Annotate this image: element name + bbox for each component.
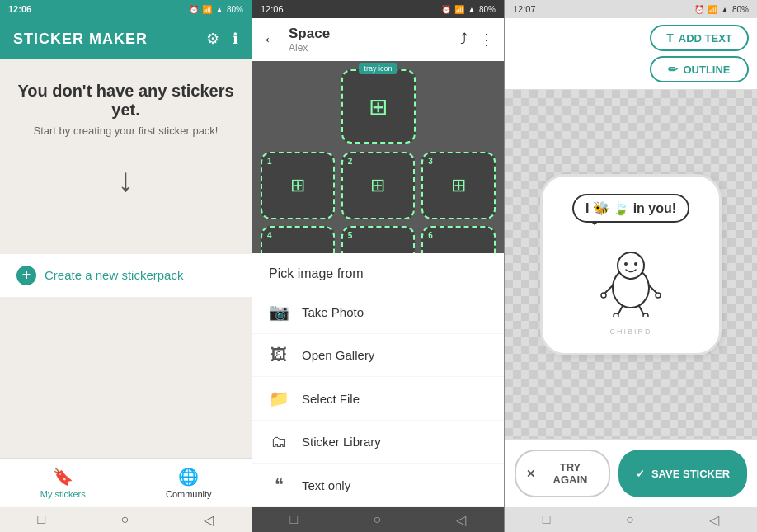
take-photo-label: Take Photo [302,305,364,319]
sticker-character [598,242,664,324]
sticker-add-icon-6: ⊞ [451,249,466,253]
menu-sticker-library[interactable]: 🗂 Sticker Library [252,421,504,464]
system-nav-2: □ ○ ◁ [252,507,504,532]
empty-subtitle: Start by creating your first sticker pac… [34,125,219,137]
pack-info: Space Alex [289,26,330,54]
nav-circle-1[interactable]: ○ [121,512,129,527]
bottom-navigation: 🔖 My stickers 🌐 Community [0,458,252,507]
more-icon[interactable]: ⋮ [479,31,494,49]
tab-community[interactable]: 🌐 Community [126,459,252,507]
text-only-icon: ❝ [269,475,289,495]
signal-icon: 📶 [202,5,212,14]
battery-2: 80% [479,5,496,14]
time-3: 12:07 [513,4,536,14]
svg-line-10 [639,306,644,315]
nav-circle-3[interactable]: ○ [626,512,634,527]
sticker-cell-5[interactable]: 5 ⊞ [341,226,416,253]
editor-toolbar: T ADD TEXT ✏ OUTLINE [505,18,757,90]
my-stickers-label: My stickers [40,489,86,499]
camera-icon: 📷 [269,302,289,322]
save-sticker-button[interactable]: ✓ SAVE STICKER [618,450,747,497]
status-icons-1: ⏰ 📶 ▲ 80% [189,5,243,14]
nav-back-1[interactable]: ◁ [204,512,214,528]
svg-line-4 [604,285,613,294]
battery-1: 80% [227,5,243,14]
share-icon[interactable]: ⤴ [460,31,468,49]
svg-point-5 [601,293,606,298]
menu-take-photo[interactable]: 📷 Take Photo [252,290,504,334]
sticker-cell-4[interactable]: 4 ⊞ [261,226,335,253]
tab-my-stickers[interactable]: 🔖 My stickers [0,459,126,507]
nav-square-2[interactable]: □ [290,512,299,527]
create-btn-label: Create a new stickerpack [45,268,183,282]
text-icon: T [666,31,674,45]
sticker-cell-6[interactable]: 6 ⊞ [421,226,496,253]
save-sticker-label: SAVE STICKER [651,468,730,480]
system-nav-1: □ ○ ◁ [0,507,252,532]
speech-bubble: I 🐝 🍃 in you! [572,194,689,223]
nav-square-1[interactable]: □ [38,512,46,527]
system-nav-3: □ ○ ◁ [505,507,757,532]
nav-back-2[interactable]: ◁ [456,512,466,528]
create-stickerpack-button[interactable]: + Create a new stickerpack [0,254,252,297]
menu-select-file[interactable]: 📁 Select File [252,377,504,421]
editor-bottom: ✕ TRY AGAIN ✓ SAVE STICKER [505,439,757,507]
sticker-grid-container: tray icon ⊞ 1 ⊞ 2 ⊞ 3 ⊞ 4 ⊞ 5 ⊞ [252,61,504,253]
bottom-sheet: Pick image from 📷 Take Photo 🖼 Open Gall… [252,253,504,507]
alarm-icon: ⏰ [189,5,199,14]
empty-title: You don't have any stickers yet. [16,82,235,120]
nav-square-3[interactable]: □ [543,512,551,527]
try-again-x-icon: ✕ [526,468,535,480]
sticker-num-3: 3 [428,157,433,166]
sticker-cell-2[interactable]: 2 ⊞ [341,152,416,219]
tray-icon-section: tray icon ⊞ [261,69,496,144]
gallery-icon: 🖼 [269,346,289,365]
sticker-num-2: 2 [348,157,353,166]
sticker-cell-3[interactable]: 3 ⊞ [421,152,496,219]
svg-point-2 [624,262,628,266]
sticker-watermark: CHIBIRD [609,327,651,336]
app-title: STICKER MAKER [13,31,148,48]
status-icons-2: ⏰ 📶 ▲ 80% [441,5,496,14]
library-icon: 🗂 [269,432,289,451]
nav-circle-2[interactable]: ○ [374,512,382,527]
panel-pack-editor: 12:06 ⏰ 📶 ▲ 80% ← Space Alex ⤴ ⋮ tray ic… [252,0,505,532]
panel-sticker-maker: 12:06 ⏰ 📶 ▲ 80% STICKER MAKER ⚙ ℹ You do… [0,0,252,532]
svg-point-3 [634,262,637,266]
pick-image-title: Pick image from [252,253,504,290]
back-button[interactable]: ← [262,29,280,50]
text-only-label: Text only [302,478,350,492]
sticker-add-icon-5: ⊞ [370,249,385,253]
try-again-label: TRY AGAIN [542,461,599,486]
svg-point-7 [656,293,661,298]
sticker-add-icon-2: ⊞ [370,175,385,196]
status-icons-3: ⏰ 📶 ▲ 80% [694,5,749,14]
status-bar-2: 12:06 ⏰ 📶 ▲ 80% [252,0,504,18]
sticker-add-icon-3: ⊞ [451,175,466,196]
sticker-num-6: 6 [428,231,433,240]
header-icons: ⚙ ℹ [206,30,238,48]
tray-icon-cell[interactable]: tray icon ⊞ [341,69,416,144]
settings-icon[interactable]: ⚙ [206,30,219,48]
tray-label: tray icon [359,63,397,74]
alarm-icon-2: ⏰ [441,5,451,14]
nav-back-3[interactable]: ◁ [709,512,719,528]
outline-icon: ✏ [668,63,678,76]
open-gallery-label: Open Gallery [302,348,374,362]
outline-button[interactable]: ✏ OUTLINE [650,56,749,82]
sticker-add-icon-4: ⊞ [290,249,305,253]
wifi-icon-2: ▲ [468,5,476,14]
sticker-cell-1[interactable]: 1 ⊞ [261,152,335,219]
status-bar-3: 12:07 ⏰ 📶 ▲ 80% [505,0,757,18]
signal-icon-3: 📶 [708,5,717,14]
pack-name: Space [289,26,330,42]
menu-text-only[interactable]: ❝ Text only [252,464,504,507]
svg-line-8 [618,306,623,315]
add-text-button[interactable]: T ADD TEXT [650,25,749,51]
alarm-icon-3: ⏰ [694,5,704,14]
arrow-down-icon: ↓ [118,162,134,199]
menu-open-gallery[interactable]: 🖼 Open Gallery [252,334,504,377]
info-icon[interactable]: ℹ [233,30,238,48]
community-icon: 🌐 [178,467,199,487]
try-again-button[interactable]: ✕ TRY AGAIN [515,450,610,497]
